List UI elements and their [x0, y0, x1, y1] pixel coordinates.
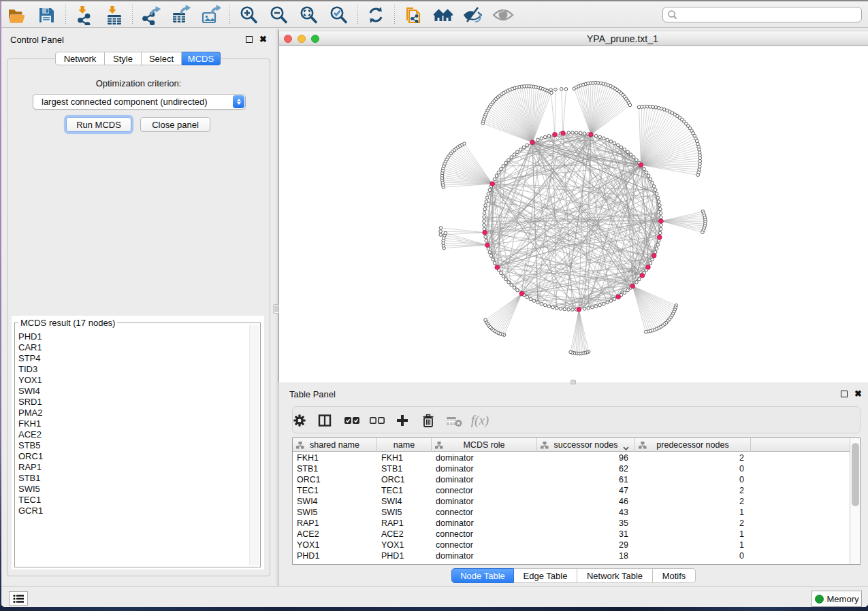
clone-network-icon[interactable] [402, 3, 425, 27]
table-row[interactable]: ORC1ORC1dominator610 [293, 474, 850, 485]
mcds-result-item[interactable]: FKH1 [18, 418, 248, 429]
mcds-result-item[interactable]: RAP1 [18, 462, 248, 473]
export-network-icon[interactable] [139, 3, 162, 27]
mcds-result-item[interactable]: STB1 [18, 473, 248, 484]
table-cell: TEC1 [293, 485, 377, 496]
table-row[interactable]: FKH1FKH1dominator962 [293, 452, 850, 463]
hide-selected-icon[interactable] [461, 3, 484, 27]
table-cell: 2 [635, 496, 751, 507]
deselect-all-icon[interactable] [366, 407, 389, 434]
column-header-shared-name[interactable]: shared name [293, 438, 377, 452]
show-all-icon[interactable] [492, 3, 515, 27]
table-scrollbar-thumb[interactable] [852, 443, 859, 506]
column-header-predecessor-nodes[interactable]: predecessor nodes [635, 438, 751, 452]
mcds-result-item[interactable]: STB5 [18, 440, 248, 451]
table-tab-motifs[interactable]: Motifs [653, 568, 696, 583]
horizontal-splitter-grip[interactable] [570, 380, 576, 384]
mcds-result-item[interactable]: SRD1 [18, 397, 248, 408]
refresh-layout-icon[interactable] [364, 3, 387, 27]
table-row[interactable]: TEC1TEC1connector472 [293, 485, 850, 496]
table-cell: RAP1 [293, 518, 377, 529]
table-cell: 47 [537, 485, 635, 496]
close-panel-button[interactable]: Close panel [140, 117, 210, 132]
open-file-icon[interactable] [5, 3, 28, 27]
memory-button[interactable]: Memory [811, 591, 862, 607]
function-builder-icon: f(x) [468, 407, 492, 434]
control-panel-tab-mcds[interactable]: MCDS [182, 52, 221, 65]
mcds-result-item[interactable]: YOX1 [18, 375, 248, 386]
table-tab-network-table[interactable]: Network Table [577, 568, 653, 583]
zoom-fit-icon[interactable] [297, 3, 320, 27]
table-scrollbar[interactable] [850, 438, 860, 564]
search-input[interactable] [662, 7, 862, 22]
import-network-icon[interactable] [73, 3, 96, 27]
mcds-result-item[interactable]: ACE2 [18, 429, 248, 440]
mcds-result-item[interactable]: PHD1 [18, 331, 248, 342]
mcds-result-item[interactable]: PMA2 [18, 408, 248, 418]
mcds-result-item[interactable]: SWI4 [18, 386, 248, 397]
run-mcds-button[interactable]: Run MCDS [66, 117, 131, 132]
table-settings-icon[interactable] [288, 407, 311, 434]
table-row[interactable]: YOX1YOX1connector291 [293, 540, 850, 550]
columns-icon[interactable] [313, 407, 336, 434]
control-panel-tab-style[interactable]: Style [105, 52, 142, 65]
mcds-result-item[interactable]: STP4 [18, 353, 248, 364]
zoom-in-icon[interactable] [237, 3, 260, 27]
export-table-icon[interactable] [169, 3, 192, 27]
control-panel-tab-network[interactable]: Network [55, 52, 105, 65]
table-row[interactable]: STB1STB1dominator620 [293, 463, 850, 474]
import-table-icon[interactable] [103, 3, 126, 27]
column-header-MCDS-role[interactable]: MCDS role [432, 438, 537, 452]
table-row[interactable]: RAP1RAP1dominator352 [293, 518, 850, 529]
network-frame-titlebar[interactable]: YPA_prune.txt_1 [278, 31, 868, 46]
mcds-result-item[interactable]: CAR1 [18, 342, 248, 353]
table-tab-node-table[interactable]: Node Table [451, 568, 514, 583]
delete-row-icon[interactable] [417, 407, 440, 434]
add-row-icon[interactable] [391, 407, 414, 434]
table-cell: FKH1 [377, 452, 432, 463]
table-cell: 0 [635, 474, 751, 485]
table-row[interactable]: SWI5SWI5connector431 [293, 507, 850, 518]
toolbar-separator [132, 5, 133, 24]
table-cell: 2 [635, 518, 751, 529]
control-panel-float-icon[interactable] [246, 36, 253, 43]
mcds-result-item[interactable]: GCR1 [18, 506, 248, 516]
window-top-edge [0, 0, 868, 1]
control-panel-tab-select[interactable]: Select [142, 52, 182, 65]
mcds-result-item[interactable]: ORC1 [18, 451, 248, 462]
table-panel-close-icon[interactable]: ✖ [854, 389, 862, 399]
delete-table-icon [443, 407, 466, 434]
mcds-list-scrollbar[interactable] [249, 325, 259, 565]
column-type-icon [639, 441, 647, 451]
mcds-result-item[interactable]: SWI5 [18, 484, 248, 495]
table-cell: STB1 [377, 463, 432, 474]
mcds-result-item[interactable]: TEC1 [18, 495, 248, 506]
select-all-icon[interactable] [340, 407, 364, 434]
maximize-traffic-light[interactable] [311, 35, 319, 43]
control-panel-close-icon[interactable]: ✖ [259, 34, 267, 44]
optimization-criterion-select[interactable]: largest connected component (undirected) [33, 94, 246, 110]
table-row[interactable]: ACE2ACE2connector311 [293, 529, 850, 540]
network-canvas[interactable] [278, 46, 868, 382]
table-panel-float-icon[interactable] [841, 391, 848, 397]
function-builder-label: f(x) [471, 413, 489, 428]
table-row[interactable]: PHD1PHD1dominator180 [293, 550, 850, 561]
save-session-icon[interactable] [35, 3, 58, 27]
table-cell: dominator [432, 550, 537, 561]
mcds-result-box: MCDS result (17 nodes) PHD1CAR1STP4TID3Y… [12, 316, 264, 569]
network-view-frame: YPA_prune.txt_1 [278, 29, 868, 382]
first-neighbors-icon[interactable] [432, 3, 455, 27]
minimize-traffic-light[interactable] [298, 35, 306, 43]
table-tab-edge-table[interactable]: Edge Table [514, 568, 577, 583]
column-header-successor-nodes[interactable]: successor nodes [537, 438, 635, 452]
task-history-button[interactable] [9, 591, 28, 606]
table-row[interactable]: SWI4SWI4dominator462 [293, 496, 850, 507]
zoom-selected-icon[interactable] [327, 3, 350, 27]
mcds-result-item[interactable]: TID3 [18, 364, 248, 375]
column-header-name[interactable]: name [377, 438, 432, 452]
table-panel-title: Table Panel [289, 389, 336, 399]
table-cell: connector [432, 529, 537, 540]
zoom-out-icon[interactable] [267, 3, 290, 27]
close-traffic-light[interactable] [284, 35, 292, 43]
export-image-icon[interactable] [199, 3, 222, 27]
